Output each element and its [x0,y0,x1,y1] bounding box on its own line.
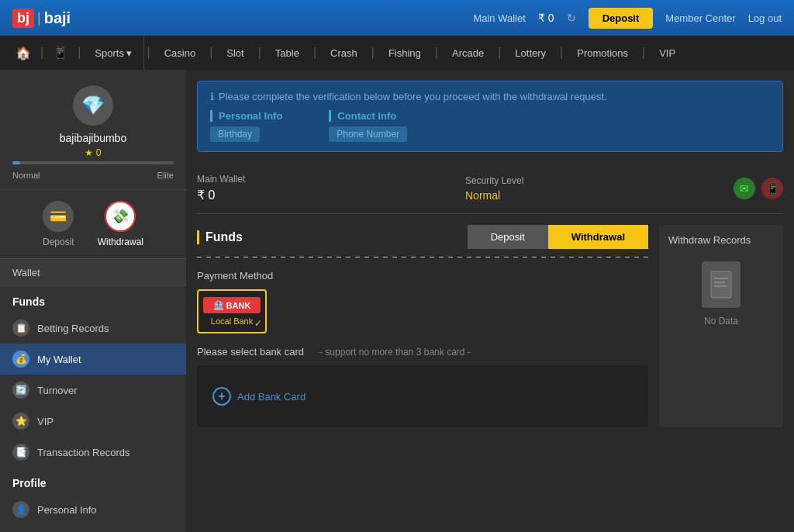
sidebar-item-transaction-label: Transaction Records [37,447,129,458]
bank-label-text: BANK [226,301,251,310]
sidebar-item-betting-records[interactable]: 📋 Betting Records [0,313,186,344]
verify-sections: Personal Info Birthday Contact Info Phon… [210,110,770,142]
bank-card-area: + Add Bank Card [197,365,648,427]
deposit-quick-action[interactable]: 💳 Deposit [43,201,74,247]
bank-card-section: Please select bank card - support no mor… [197,346,648,427]
logo-separator: | [37,10,41,26]
local-bank-option[interactable]: 🏦 BANK Local Bank ✓ [197,289,267,333]
content-area: ℹ Please complete the verification below… [186,70,794,532]
sidebar-item-my-wallet-label: My Wallet [37,354,81,365]
home-icon[interactable]: 🏠 [9,46,37,60]
level-left: Normal [12,171,40,180]
svg-rect-0 [711,271,731,298]
security-label: Security Level [465,175,734,186]
withdrawal-quick-label: Withdrawal [98,237,143,247]
no-data-text: No Data [704,316,738,326]
betting-records-icon: 📋 [12,320,29,337]
nav-slot[interactable]: Slot [216,36,254,70]
sidebar-item-transaction-records[interactable]: 📑 Transaction Records [0,437,186,468]
email-status-icon[interactable]: ✉ [734,178,755,199]
birthday-tag[interactable]: Birthday [210,126,260,142]
bank-card-note: - support no more than 3 bank card - [319,347,471,358]
level-progress-fill [12,161,20,164]
deposit-tab[interactable]: Deposit [468,225,548,249]
sidebar-item-personal-info[interactable]: 👤 Personal Info [0,494,186,525]
nav-crash[interactable]: Crash [319,36,368,70]
personal-info-section: Personal Info Birthday [210,110,282,142]
logout-button[interactable]: Log out [748,12,782,24]
sidebar: 💎 bajibajibumbo ★ 0 Normal Elite 💳 Depos… [0,70,186,532]
security-value: Normal [465,189,734,202]
user-profile: 💎 bajibajibumbo ★ 0 Normal Elite [0,70,186,190]
header-right: Main Wallet ₹ 0 ↻ Deposit Member Center … [473,8,782,29]
contact-info-title: Contact Info [329,110,407,122]
refresh-icon[interactable]: ↻ [567,12,576,24]
contact-info-section: Contact Info Phone Number [329,110,407,142]
sidebar-item-my-wallet[interactable]: 💰 My Wallet [0,344,186,375]
security-section: Security Level Normal [465,175,734,202]
add-bank-card-button[interactable]: + Add Bank Card [212,387,306,406]
nav-table[interactable]: Table [264,36,310,70]
main-wallet-label: Main Wallet [197,174,465,185]
personal-info-icon: 👤 [12,501,29,518]
funds-panel: Funds Deposit Withdrawal Payment Method … [197,225,648,427]
svg-rect-3 [714,285,727,287]
nav-casino[interactable]: Casino [154,36,206,70]
bank-card-header: Please select bank card - support no mor… [197,346,648,358]
top-header: bj | baji Main Wallet ₹ 0 ↻ Deposit Memb… [0,0,794,36]
wallet-amount: ₹ 0 [538,12,554,24]
sidebar-item-personal-info-label: Personal Info [37,504,97,516]
withdraw-records-panel: Withdraw Records No Data [659,225,783,427]
nav-vip[interactable]: VIP [648,36,686,70]
funds-header: Funds Deposit Withdrawal [197,225,648,249]
logo-baji-text: baji [44,9,71,27]
sidebar-item-reset-password[interactable]: 🔒 Reset password [0,525,186,532]
main-wallet-value: ₹ 0 [197,188,465,202]
nav-sports[interactable]: Sports ▾ [84,36,143,70]
phone-status-icon[interactable]: 📱 [761,178,783,199]
svg-rect-2 [714,282,725,283]
mobile-icon[interactable]: 📱 [47,46,74,60]
personal-info-title: Personal Info [210,110,282,122]
withdrawal-quick-action[interactable]: 💸 Withdrawal [98,201,143,247]
withdrawal-quick-icon: 💸 [105,201,136,232]
funds-tabs: Deposit Withdrawal [468,225,648,249]
no-data-icon [702,261,740,308]
sidebar-wallet-label: Wallet [12,267,40,278]
deposit-quick-label: Deposit [43,237,74,247]
withdrawal-tab[interactable]: Withdrawal [548,225,648,249]
payment-options: 🏦 BANK Local Bank ✓ [197,289,648,333]
info-icon: ℹ [210,91,214,102]
sidebar-item-turnover[interactable]: 🔄 Turnover [0,375,186,406]
svg-rect-1 [714,278,728,279]
sidebar-item-vip-label: VIP [37,416,54,427]
main-content-row: Funds Deposit Withdrawal Payment Method … [197,225,783,427]
bank-icon-text: 🏦 [213,300,224,310]
selected-checkmark: ✓ [254,318,262,329]
wallet-info-row: Main Wallet ₹ 0 Security Level Normal ✉ … [197,163,783,214]
level-right: Elite [157,171,174,180]
add-bank-card-label: Add Bank Card [237,391,306,402]
phone-tag[interactable]: Phone Number [329,126,407,142]
deposit-button[interactable]: Deposit [589,8,654,29]
funds-title: Funds [197,230,243,244]
nav-fishing[interactable]: Fishing [378,36,432,70]
my-wallet-icon: 💰 [12,351,29,368]
level-bar: Normal Elite [12,171,174,180]
nav-arcade[interactable]: Arcade [441,36,495,70]
verify-title: ℹ Please complete the verification below… [210,91,770,102]
sidebar-item-vip[interactable]: ⭐ VIP [0,406,186,437]
nav-lottery[interactable]: Lottery [504,36,557,70]
main-layout: 💎 bajibajibumbo ★ 0 Normal Elite 💳 Depos… [0,70,794,532]
withdraw-records-title: Withdraw Records [668,234,751,246]
payment-method-label: Payment Method [197,270,648,282]
main-wallet-section: Main Wallet ₹ 0 [197,174,465,202]
quick-actions: 💳 Deposit 💸 Withdrawal [0,190,186,259]
bank-option-icon: 🏦 BANK [203,297,261,313]
sidebar-item-betting-records-label: Betting Records [37,323,109,334]
level-progress-bar [12,161,174,164]
nav-promotions[interactable]: Promotions [566,36,639,70]
member-center-button[interactable]: Member Center [665,12,735,24]
profile-section-title: Profile [0,468,186,494]
sidebar-item-turnover-label: Turnover [37,385,78,396]
